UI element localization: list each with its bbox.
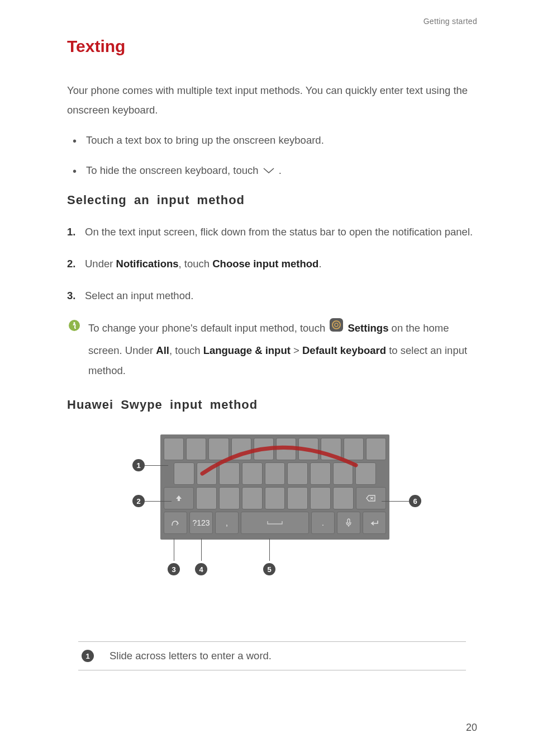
callout-badge: 4 bbox=[195, 563, 207, 575]
mic-key bbox=[337, 512, 360, 534]
legend-number-badge: 1 bbox=[82, 650, 94, 662]
key bbox=[254, 438, 274, 460]
leader-line bbox=[174, 538, 174, 561]
running-header: Getting started bbox=[67, 17, 477, 26]
tip-bold: Language & input bbox=[203, 344, 291, 356]
key bbox=[333, 462, 354, 485]
leader-line bbox=[145, 465, 168, 466]
settings-icon bbox=[329, 318, 344, 339]
key bbox=[242, 462, 263, 485]
key bbox=[344, 438, 364, 460]
page-number: 20 bbox=[466, 722, 477, 734]
tip-bold: Default keyboard bbox=[302, 344, 386, 356]
ordered-steps: On the text input screen, flick down fro… bbox=[67, 222, 477, 305]
key bbox=[355, 462, 376, 485]
bullet-item: Touch a text box to bring up the onscree… bbox=[73, 132, 477, 149]
tip-bold: All bbox=[156, 344, 169, 356]
svg-point-0 bbox=[69, 320, 80, 331]
bullet-item: To hide the onscreen keyboard, touch . bbox=[73, 162, 477, 179]
key bbox=[265, 487, 285, 509]
chevron-down-icon bbox=[263, 163, 275, 179]
comma-key: , bbox=[215, 512, 239, 534]
step-text: . bbox=[318, 258, 321, 270]
legend-row: 1 Slide across letters to enter a word. bbox=[78, 642, 466, 670]
key bbox=[310, 487, 331, 509]
leader-line bbox=[201, 538, 202, 561]
space-key bbox=[241, 512, 309, 534]
intro-paragraph: Your phone comes with multiple text inpu… bbox=[67, 81, 477, 120]
info-icon bbox=[68, 319, 80, 334]
leader-line bbox=[382, 501, 409, 502]
enter-key bbox=[363, 512, 386, 534]
callout-badge: 1 bbox=[132, 459, 145, 471]
step-item: Select an input method. bbox=[67, 286, 477, 305]
backspace-key bbox=[356, 487, 386, 509]
svg-point-1 bbox=[73, 322, 75, 324]
swype-key bbox=[164, 512, 187, 534]
leader-line bbox=[269, 538, 270, 561]
period-key: . bbox=[311, 512, 335, 534]
key bbox=[366, 438, 386, 460]
key bbox=[298, 438, 318, 460]
tip-text-part: > bbox=[291, 344, 302, 356]
tip-bold: Settings bbox=[348, 323, 388, 334]
key bbox=[242, 487, 263, 509]
callout-badge: 3 bbox=[168, 563, 180, 575]
step-bold: Choose input method bbox=[212, 258, 318, 270]
step-item: Under Notifications, touch Choose input … bbox=[67, 254, 477, 273]
key bbox=[333, 487, 354, 509]
step-item: On the text input screen, flick down fro… bbox=[67, 222, 477, 242]
section-heading-selecting: Selecting an input method bbox=[67, 193, 477, 207]
tip-text-part: To change your phone's default input met… bbox=[88, 323, 328, 334]
swype-keyboard: ?123 , . bbox=[160, 434, 389, 540]
key bbox=[321, 438, 341, 460]
callout-badge: 6 bbox=[409, 495, 421, 507]
tip-text: To change your phone's default input met… bbox=[88, 318, 477, 381]
key bbox=[197, 462, 217, 485]
tip-block: To change your phone's default input met… bbox=[68, 318, 477, 381]
step-bold: Notifications bbox=[116, 258, 179, 270]
key bbox=[186, 438, 206, 460]
key bbox=[208, 438, 229, 460]
step-text: Under bbox=[85, 258, 116, 270]
legend-table: 1 Slide across letters to enter a word. bbox=[78, 641, 466, 670]
key bbox=[265, 462, 285, 485]
key bbox=[276, 438, 296, 460]
page-title: Texting bbox=[67, 37, 477, 56]
legend-text: Slide across letters to enter a word. bbox=[110, 650, 272, 662]
step-text: , touch bbox=[179, 258, 213, 270]
bullet-text-post: . bbox=[279, 164, 282, 176]
key bbox=[287, 462, 308, 485]
callout-badge: 2 bbox=[132, 495, 145, 507]
keyboard-figure: ?123 , . bbox=[67, 434, 477, 625]
key bbox=[219, 487, 240, 509]
key bbox=[231, 438, 251, 460]
shift-key bbox=[164, 487, 194, 509]
key bbox=[310, 462, 331, 485]
bullet-list: Touch a text box to bring up the onscree… bbox=[67, 132, 477, 179]
key bbox=[196, 487, 217, 509]
svg-rect-5 bbox=[348, 519, 350, 523]
svg-rect-2 bbox=[330, 318, 343, 332]
leader-line bbox=[145, 501, 172, 502]
key bbox=[164, 438, 184, 460]
tip-text-part: , touch bbox=[169, 344, 203, 356]
key bbox=[287, 487, 308, 509]
section-heading-swype: Huawei Swype input method bbox=[67, 398, 477, 412]
bullet-text-pre: To hide the onscreen keyboard, touch bbox=[86, 164, 261, 176]
key bbox=[219, 462, 240, 485]
callout-badge: 5 bbox=[263, 563, 275, 575]
key bbox=[174, 462, 194, 485]
numeric-key: ?123 bbox=[189, 512, 213, 534]
